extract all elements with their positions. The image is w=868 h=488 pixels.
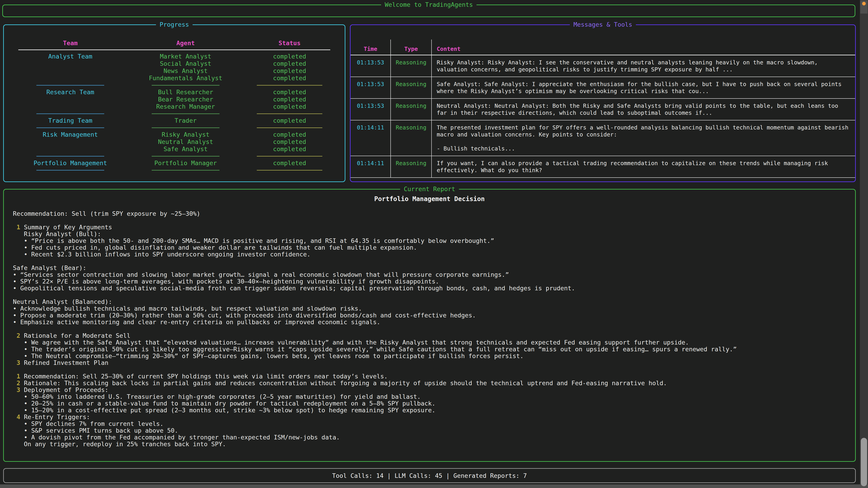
message-row: 01:13:53ReasoningNeutral Analyst: Neutra… xyxy=(350,99,855,121)
report-line: • S&P services PMI turns back up above 5… xyxy=(13,427,848,434)
report-line: • Propose a moderate trim (20–30%) rathe… xyxy=(13,312,848,319)
progress-agent-cell: Bear Researcher xyxy=(131,96,240,103)
progress-team-cell: Portfolio Management xyxy=(9,160,131,167)
progress-status-cell: completed xyxy=(240,103,339,110)
report-line: • Acknowledge bullish technicals and mac… xyxy=(13,305,848,312)
report-line: On any trigger, redeploy in 25% tranches… xyxy=(13,441,848,448)
scrollbar-top-button[interactable] xyxy=(860,0,868,13)
progress-team-cell xyxy=(9,96,131,103)
progress-row: Trading TeamTradercompleted xyxy=(9,117,339,124)
agent-separator-line xyxy=(152,113,219,114)
report-line: • Fed cuts priced in, global disinflatio… xyxy=(13,244,848,251)
progress-agent-cell: Risky Analyst xyxy=(131,131,240,138)
report-line xyxy=(13,217,848,224)
report-line: • We agree with the Safe Analyst that “e… xyxy=(13,339,848,346)
message-type-cell: Reasoning xyxy=(391,121,432,156)
report-line: 4 Re-Entry Triggers: xyxy=(13,414,848,420)
agent-separator-line xyxy=(152,170,219,170)
progress-agent-cell: Bull Researcher xyxy=(131,89,240,96)
messages-header-row: TimeTypeContent xyxy=(350,39,855,55)
report-line: • SPY’s 22× P/E is above long-term avera… xyxy=(13,278,848,285)
messages-column-header-content: Content xyxy=(432,39,855,55)
progress-status-cell: completed xyxy=(240,145,339,153)
progress-panel: Progress TeamAgentStatusAnalyst TeamMark… xyxy=(3,24,345,182)
report-list-number: 3 xyxy=(17,359,20,366)
message-time-cell: 01:14:11 xyxy=(350,156,391,177)
progress-status-cell: completed xyxy=(240,160,339,167)
progress-team-cell xyxy=(9,103,131,110)
progress-status-cell: completed xyxy=(240,53,339,60)
status-separator-line xyxy=(257,113,322,114)
report-line: 3 Deployment of Proceeds: xyxy=(13,387,848,393)
progress-status-cell: completed xyxy=(240,67,339,74)
progress-header-row: TeamAgentStatus xyxy=(9,39,339,47)
progress-agent-cell: Social Analyst xyxy=(131,60,240,67)
progress-row: Research Managercompleted xyxy=(9,103,339,110)
progress-agent-cell: News Analyst xyxy=(131,67,240,74)
progress-status-cell: completed xyxy=(240,89,339,96)
report-line: • SPY declines 7% from current levels. xyxy=(13,420,848,427)
message-type-cell: Reasoning xyxy=(391,99,432,120)
message-content-cell: Neutral Analyst: Neutral Analyst: Both t… xyxy=(432,99,855,120)
report-line: Risky Analyst (Bull): xyxy=(13,231,848,237)
messages-table: TimeTypeContent01:13:53ReasoningRisky An… xyxy=(350,39,855,178)
scrollbar-track[interactable] xyxy=(860,0,868,488)
welcome-panel: Welcome to TradingAgents xyxy=(2,4,855,17)
stats-text: Tool Calls: 14 | LLM Calls: 45 | Generat… xyxy=(332,472,527,479)
progress-group-separator xyxy=(9,110,339,117)
report-line: • 20–25% in cash or a stable-value fund … xyxy=(13,400,848,407)
message-content-cell: If you want, I can also provide a tactic… xyxy=(432,156,855,177)
progress-team-cell: Trading Team xyxy=(9,117,131,124)
message-type-cell: Reasoning xyxy=(391,156,432,177)
report-list-number: 3 xyxy=(17,386,20,393)
report-line: • Emphasize active monitoring and clear … xyxy=(13,319,848,326)
progress-row: Portfolio ManagementPortfolio Managercom… xyxy=(9,160,339,167)
report-line: 1 Recommendation: Sell 25–30% of current… xyxy=(13,373,848,380)
report-line: • “Price is above both the 50- and 200-d… xyxy=(13,237,848,244)
progress-column-header: Team xyxy=(9,39,131,47)
report-line: • “Services sector contraction and slowi… xyxy=(13,271,848,278)
progress-agent-cell: Fundamentals Analyst xyxy=(131,74,240,82)
progress-row: Analyst TeamMarket Analystcompleted xyxy=(9,53,339,60)
messages-panel-title: Messages & Tools xyxy=(570,21,636,29)
report-line: 2 Rationale for a Moderate Sell xyxy=(13,332,848,339)
message-content-cell: Safe Analyst: Safe Analyst: I appreciate… xyxy=(432,77,855,98)
report-line: • 15–20% in a cost-effective put spread … xyxy=(13,407,848,414)
progress-group-separator xyxy=(9,82,339,89)
report-line: • 50–60% into laddered U.S. Treasuries o… xyxy=(13,393,848,400)
scroll-marker-icon xyxy=(862,2,866,5)
progress-group-separator xyxy=(9,153,339,160)
progress-team-cell xyxy=(9,67,131,74)
scrollbar-thumb[interactable] xyxy=(861,438,867,486)
team-separator-line xyxy=(36,127,104,128)
progress-status-cell: completed xyxy=(240,60,339,67)
progress-status-cell: completed xyxy=(240,117,339,124)
agent-separator-line xyxy=(152,85,219,86)
message-row: 01:14:11ReasoningIf you want, I can also… xyxy=(350,156,855,178)
message-row: 01:14:11ReasoningThe presented investmen… xyxy=(350,121,855,156)
progress-team-cell xyxy=(9,145,131,153)
progress-team-cell: Risk Management xyxy=(9,131,131,138)
progress-agent-cell: Research Manager xyxy=(131,103,240,110)
report-panel-title: Current Report xyxy=(400,185,459,193)
messages-tools-panel: Messages & Tools TimeTypeContent01:13:53… xyxy=(350,24,856,182)
progress-team-cell: Research Team xyxy=(9,89,131,96)
progress-team-cell xyxy=(9,138,131,145)
status-separator-line xyxy=(257,170,322,170)
progress-row: Bear Researchercompleted xyxy=(9,96,339,103)
progress-row: Risk ManagementRisky Analystcompleted xyxy=(9,131,339,138)
agent-separator-line xyxy=(152,156,219,157)
report-line: Safe Analyst (Bear): xyxy=(13,265,848,271)
report-line: 3 Refined Investment Plan xyxy=(13,359,848,366)
report-list-number: 4 xyxy=(17,414,20,420)
report-line: • The trader’s original 50% cut is likel… xyxy=(13,346,848,353)
progress-row: Research TeamBull Researchercompleted xyxy=(9,89,339,96)
report-line: Neutral Analyst (Balanced): xyxy=(13,298,848,305)
progress-row: Safe Analystcompleted xyxy=(9,145,339,153)
progress-team-cell xyxy=(9,60,131,67)
stats-bar: Tool Calls: 14 | LLM Calls: 45 | Generat… xyxy=(3,468,856,483)
progress-header-separator xyxy=(18,50,330,50)
message-time-cell: 01:14:11 xyxy=(350,121,391,156)
team-separator-line xyxy=(36,85,104,86)
messages-column-header-time: Time xyxy=(350,39,391,55)
